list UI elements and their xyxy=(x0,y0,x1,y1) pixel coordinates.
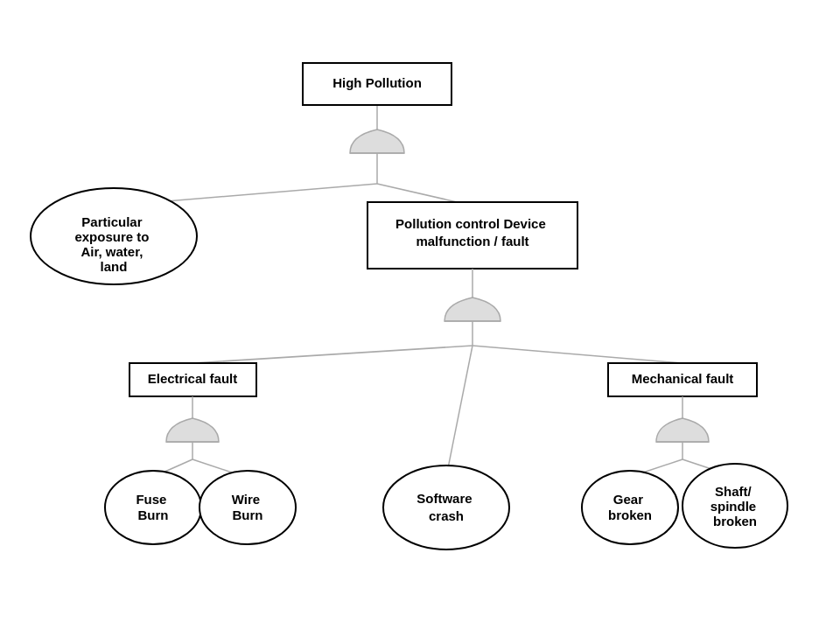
gate2-to-software xyxy=(446,346,472,477)
mech-fault-label: Mechanical fault xyxy=(632,371,734,386)
elec-fault-label: Electrical fault xyxy=(148,371,238,386)
gate2 xyxy=(444,298,500,346)
gate2-to-mech xyxy=(472,346,682,363)
gate4 xyxy=(656,418,709,459)
gear-broken-label: Gear broken xyxy=(608,492,652,522)
root-node-label: High Pollution xyxy=(332,75,422,90)
shaft-broken-label: Shaft/ spindle broken xyxy=(710,484,760,528)
gate2-to-elec xyxy=(192,346,472,363)
wire-burn-label: Wire Burn xyxy=(232,492,264,522)
fault-tree-diagram: High Pollution Particular exposure to Ai… xyxy=(0,0,840,630)
gate1 xyxy=(350,130,404,184)
gate3 xyxy=(166,418,219,459)
fuse-burn-label: Fuse Burn xyxy=(136,492,170,522)
